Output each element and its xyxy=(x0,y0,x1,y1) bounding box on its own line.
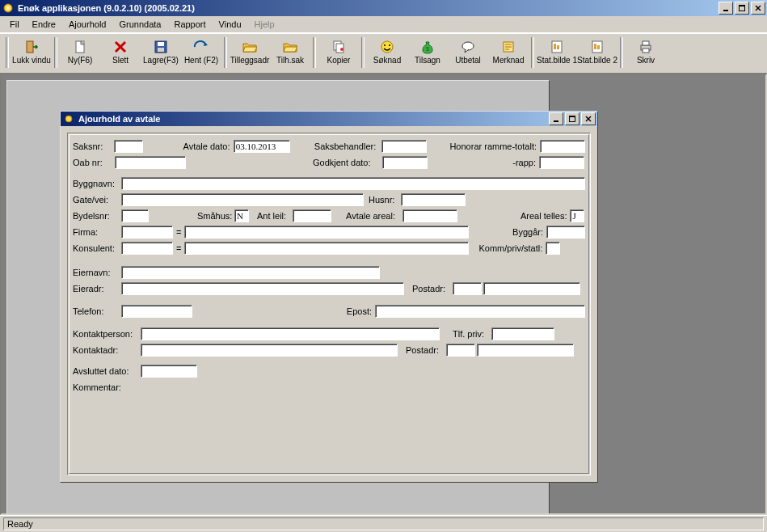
dialog-maximize-button[interactable] xyxy=(565,112,579,125)
delete-icon xyxy=(112,39,129,55)
tool-label: Skriv xyxy=(637,56,655,65)
input-firma-code[interactable] xyxy=(121,226,173,239)
dialog-titlebar[interactable]: Ajourhold av avtale xyxy=(61,112,597,126)
svg-rect-13 xyxy=(158,48,164,52)
label-oab-nr: Oab nr: xyxy=(73,158,115,167)
menu-endre[interactable]: Endre xyxy=(26,18,62,31)
label-honorar-ramme: Honorar ramme-totalt: xyxy=(449,141,537,151)
tool-tilleggsadr[interactable]: Tilleggsadr xyxy=(230,36,269,68)
input-konsulent-name[interactable] xyxy=(184,242,469,255)
svg-rect-38 xyxy=(569,116,575,117)
input-tlf-priv[interactable] xyxy=(491,327,554,340)
menu-bar: Fil Endre Ajourhold Grunndata Rapport Vi… xyxy=(0,16,767,33)
svg-point-1 xyxy=(6,6,10,10)
input-ant-leil[interactable] xyxy=(293,209,331,222)
input-konsulent-code[interactable] xyxy=(121,242,173,255)
input-godkjent-dato[interactable] xyxy=(382,156,428,169)
input-oab-nr[interactable] xyxy=(115,156,186,169)
tool-statbilde2[interactable]: Stat.bilde 2 xyxy=(578,36,617,68)
tool-hent[interactable]: Hent (F2) xyxy=(182,36,221,68)
label-eiernavn: Eiernavn: xyxy=(73,268,121,277)
svg-rect-33 xyxy=(643,41,649,45)
tool-kopier[interactable]: Kopier xyxy=(319,36,358,68)
input-avsluttet-dato[interactable] xyxy=(141,365,197,378)
menu-rapport[interactable]: Rapport xyxy=(167,18,212,31)
dialog-close-button[interactable] xyxy=(581,112,596,125)
svg-point-35 xyxy=(65,116,72,122)
input-postadr-kontakt-city[interactable] xyxy=(477,344,574,357)
input-epost[interactable] xyxy=(375,305,585,318)
copy-icon xyxy=(331,39,347,55)
input-rapp[interactable] xyxy=(539,156,584,169)
tool-label: Tilleggsadr xyxy=(230,56,270,65)
input-byggar[interactable] xyxy=(546,226,585,239)
tool-label: Lukk vindu xyxy=(12,56,51,65)
input-avtale-dato[interactable] xyxy=(234,140,290,153)
input-saksnr[interactable] xyxy=(114,140,143,153)
toolbar-separator xyxy=(531,37,534,68)
label-postadr-eier: Postadr: xyxy=(412,284,453,293)
tool-lagre[interactable]: Lagre(F3) xyxy=(141,36,180,68)
input-saksbehandler[interactable] xyxy=(381,140,427,153)
svg-rect-12 xyxy=(158,42,164,46)
menu-fil[interactable]: Fil xyxy=(3,18,26,31)
menu-vindu[interactable]: Vindu xyxy=(213,18,248,31)
tool-label: Kopier xyxy=(327,56,351,65)
input-husnr[interactable] xyxy=(401,193,466,206)
input-smahus[interactable] xyxy=(234,209,249,222)
tool-label: Stat.bilde 1 xyxy=(537,56,577,65)
label-saksbehandler: Saksbehandler: xyxy=(314,141,382,151)
label-tlf-priv: Tlf. priv: xyxy=(453,329,491,339)
tool-lukk-vindu[interactable]: Lukk vindu xyxy=(12,36,51,68)
save-icon xyxy=(153,39,169,55)
main-title: Enøk applikasjonen (9.0.2.10) (2005.02.2… xyxy=(18,3,719,13)
maximize-button[interactable] xyxy=(735,2,749,15)
tool-skriv[interactable]: Skriv xyxy=(626,36,665,68)
dialog-minimize-button[interactable] xyxy=(549,112,563,125)
input-honorar-ramme[interactable] xyxy=(540,140,585,153)
input-komm-priv-statl[interactable] xyxy=(546,242,560,255)
input-telefon[interactable] xyxy=(121,305,192,318)
close-button[interactable] xyxy=(751,2,765,15)
menu-grunndata[interactable]: Grunndata xyxy=(112,18,167,31)
equals-sign: = xyxy=(173,227,184,237)
label-areal-telles: Areal telles: xyxy=(520,211,567,221)
input-postadr-eier-code[interactable] xyxy=(453,282,482,295)
tool-statbilde1[interactable]: Stat.bilde 1 xyxy=(537,36,576,68)
input-gate[interactable] xyxy=(121,193,364,206)
label-postadr-kontakt: Postadr: xyxy=(406,345,446,355)
input-firma-name[interactable] xyxy=(184,226,469,239)
label-smahus: Småhus: xyxy=(197,211,234,221)
report-icon xyxy=(589,39,605,55)
label-firma: Firma: xyxy=(73,227,121,237)
input-bydelsnr[interactable] xyxy=(121,209,149,222)
svg-point-16 xyxy=(340,48,343,51)
input-postadr-kontakt-code[interactable] xyxy=(446,344,475,357)
input-kontaktadr[interactable] xyxy=(141,344,398,357)
svg-rect-28 xyxy=(557,45,559,49)
label-kommentar: Kommentar: xyxy=(73,382,141,392)
door-exit-icon xyxy=(23,39,40,55)
input-kontaktperson[interactable] xyxy=(141,327,440,340)
tool-tilhsak[interactable]: Tilh.sak xyxy=(271,36,310,68)
tool-merknad[interactable]: Merknad xyxy=(489,36,528,68)
tool-utbetal[interactable]: Utbetal xyxy=(449,36,487,68)
smiley-icon xyxy=(379,39,395,55)
lightbulb-icon xyxy=(62,112,75,125)
minimize-button[interactable] xyxy=(719,2,733,15)
input-byggnavn[interactable] xyxy=(121,177,585,190)
menu-hjelp[interactable]: Hjelp xyxy=(248,18,281,31)
menu-ajourhold[interactable]: Ajourhold xyxy=(62,18,112,31)
tool-tilsagn[interactable]: $ Tilsagn xyxy=(408,36,447,68)
main-titlebar[interactable]: Enøk applikasjonen (9.0.2.10) (2005.02.2… xyxy=(0,0,767,16)
input-postadr-eier-city[interactable] xyxy=(483,282,580,295)
tool-soknad[interactable]: Søknad xyxy=(368,36,407,68)
label-rapp: -rapp: xyxy=(504,158,536,167)
tool-slett[interactable]: Slett xyxy=(101,36,140,68)
input-eiernavn[interactable] xyxy=(121,266,380,279)
input-avtale-areal[interactable] xyxy=(402,209,457,222)
tool-label: Ny(F6) xyxy=(68,56,93,65)
tool-ny[interactable]: Ny(F6) xyxy=(61,36,99,68)
input-areal-telles[interactable] xyxy=(570,209,584,222)
input-eieradr[interactable] xyxy=(121,282,404,295)
